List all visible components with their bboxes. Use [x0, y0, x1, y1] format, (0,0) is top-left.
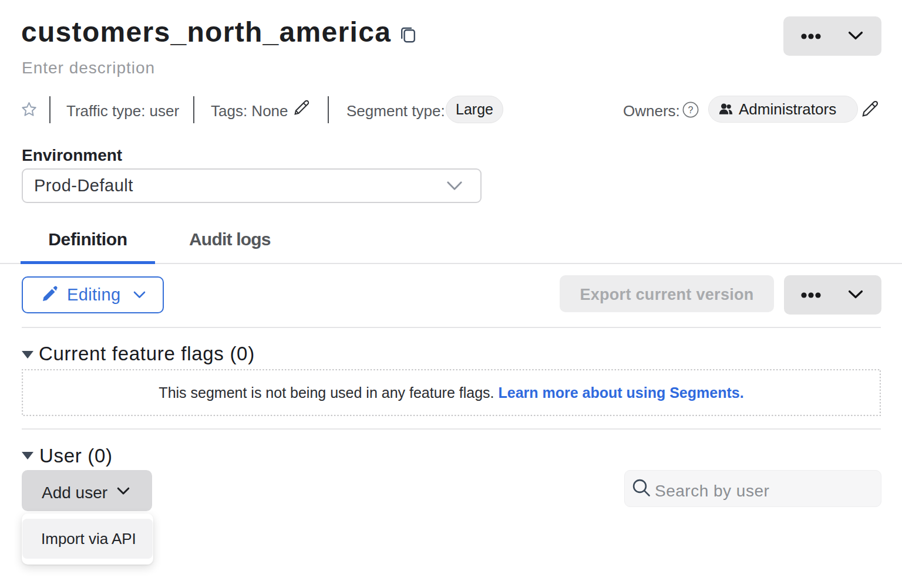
svg-text:?: ?: [688, 105, 694, 115]
